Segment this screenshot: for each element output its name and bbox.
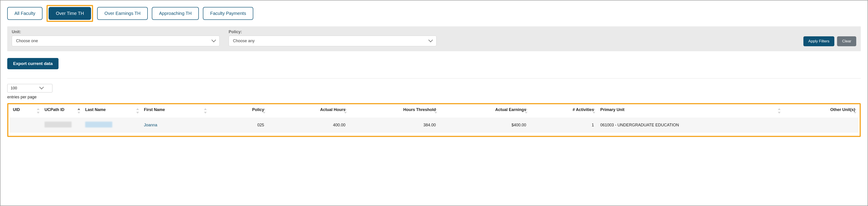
col-label: UID (13, 107, 20, 112)
cell-ucpath (41, 117, 82, 133)
unit-select-value: Choose one (16, 39, 38, 43)
col-label: First Name (144, 107, 165, 112)
tab-over-earnings-th[interactable]: Over Earnings TH (97, 7, 148, 20)
filter-actions: Apply Filters Clear (803, 36, 856, 46)
cell-uid (10, 117, 41, 133)
export-current-data-button[interactable]: Export current data (7, 58, 59, 69)
entries-per-page-group: 100 entries per page (7, 84, 861, 100)
col-label: Hours Threshold (403, 107, 436, 112)
sort-icon (37, 108, 40, 113)
cell-last-name[interactable] (82, 117, 141, 133)
col-label: Policy (252, 107, 264, 112)
col-label: # Activities (573, 107, 594, 112)
col-first-name[interactable]: First Name (141, 105, 209, 117)
redacted-link (85, 122, 112, 128)
policy-select[interactable]: Choose any (229, 36, 436, 46)
cell-actual-hours: 400.00 (267, 117, 349, 133)
cell-primary-unit: 061003 - UNDERGRADUATE EDUCATION (597, 117, 782, 133)
cell-activities: 1 (529, 117, 597, 133)
faculty-table: UID UCPath ID Last Name First Name (10, 105, 858, 133)
export-row: Export current data (7, 58, 861, 69)
table-header-row: UID UCPath ID Last Name First Name (10, 105, 858, 117)
col-actual-earnings[interactable]: Actual Earnings (439, 105, 529, 117)
sort-icon (344, 108, 347, 113)
filter-bar: Unit: Choose one Policy: Choose any Appl… (7, 26, 861, 51)
col-label: Actual Earnings (495, 107, 526, 112)
sort-icon (434, 108, 438, 113)
cell-hours-threshold: 384.00 (349, 117, 439, 133)
policy-select-value: Choose any (233, 39, 255, 43)
chevron-down-icon (37, 86, 43, 91)
table-highlight: UID UCPath ID Last Name First Name (7, 103, 861, 137)
sort-icon (525, 108, 528, 113)
sort-asc-icon (78, 108, 81, 113)
col-label: UCPath ID (44, 107, 64, 112)
tabs: All Faculty Over Time TH Over Earnings T… (7, 5, 861, 22)
col-last-name[interactable]: Last Name (82, 105, 141, 117)
cell-first-name[interactable]: Joanna (141, 117, 209, 133)
col-label: Actual Hours (320, 107, 345, 112)
col-actual-hours[interactable]: Actual Hours (267, 105, 349, 117)
col-label: Last Name (85, 107, 106, 112)
filter-policy-group: Policy: Choose any (229, 30, 436, 46)
table-row: Joanna 025 400.00 384.00 $400.00 1 06100… (10, 117, 858, 133)
entries-value: 100 (11, 86, 17, 91)
unit-select[interactable]: Choose one (12, 36, 220, 46)
cell-policy: 025 (209, 117, 267, 133)
entries-select[interactable]: 100 (7, 84, 53, 93)
sort-icon (136, 108, 140, 113)
tab-all-faculty[interactable]: All Faculty (7, 7, 42, 20)
col-other-units[interactable]: Other Unit(s) (782, 105, 858, 117)
filter-unit-group: Unit: Choose one (12, 30, 220, 46)
col-uid[interactable]: UID (10, 105, 41, 117)
col-activities[interactable]: # Activities (529, 105, 597, 117)
clear-filters-button[interactable]: Clear (837, 36, 856, 46)
col-label: Other Unit(s) (830, 107, 855, 112)
sort-icon (204, 108, 207, 113)
col-primary-unit[interactable]: Primary Unit (597, 105, 782, 117)
sort-icon (263, 108, 266, 113)
apply-filters-button[interactable]: Apply Filters (803, 36, 835, 46)
col-label: Primary Unit (600, 107, 624, 112)
chevron-down-icon (426, 39, 432, 43)
entries-label: entries per page (7, 95, 861, 100)
sort-icon (778, 108, 781, 113)
policy-label: Policy: (229, 30, 436, 34)
highlight-over-time: Over Time TH (46, 5, 93, 22)
col-hours-threshold[interactable]: Hours Threshold (349, 105, 439, 117)
redacted-value (44, 122, 72, 128)
chevron-down-icon (210, 39, 215, 43)
col-policy[interactable]: Policy (209, 105, 267, 117)
tab-over-time-th[interactable]: Over Time TH (49, 7, 91, 20)
sort-icon (854, 108, 857, 113)
tab-faculty-payments[interactable]: Faculty Payments (203, 7, 253, 20)
cell-other-units (782, 117, 858, 133)
sort-icon (593, 108, 596, 113)
cell-actual-earnings: $400.00 (439, 117, 529, 133)
col-ucpath-id[interactable]: UCPath ID (41, 105, 82, 117)
tab-approaching-th[interactable]: Approaching TH (152, 7, 199, 20)
unit-label: Unit: (12, 30, 220, 34)
